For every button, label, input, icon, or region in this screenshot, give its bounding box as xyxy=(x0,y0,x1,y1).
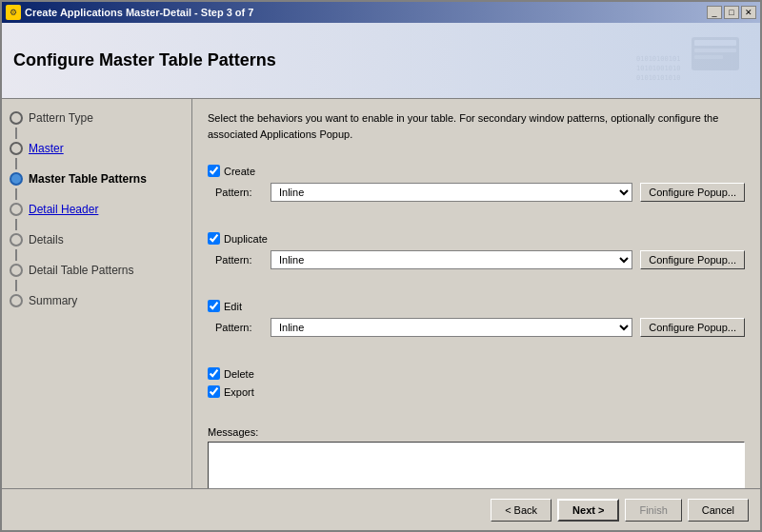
step-connector-2 xyxy=(15,158,17,169)
svg-text:10101001010: 10101001010 xyxy=(636,65,680,72)
delete-checkbox-row: Delete xyxy=(208,367,745,380)
duplicate-pattern-select[interactable]: Inline Popup Secondary Window xyxy=(271,250,632,269)
edit-pattern-label: Pattern: xyxy=(215,322,263,333)
cancel-button[interactable]: Cancel xyxy=(688,499,749,522)
sidebar-label-detail-table-patterns: Detail Table Patterns xyxy=(29,264,134,277)
header-graphic: 01010100101 10101001010 01010101010 xyxy=(634,32,749,89)
edit-checkbox-row: Edit xyxy=(208,300,745,312)
step-circle-detail-table-patterns xyxy=(10,264,23,277)
back-button[interactable]: < Back xyxy=(491,499,551,522)
close-button[interactable]: ✕ xyxy=(741,6,756,19)
header-section: Configure Master Table Patterns 01010100… xyxy=(2,23,760,99)
sidebar-item-detail-table-patterns: Detail Table Patterns xyxy=(2,261,191,280)
step-circle-summary xyxy=(10,294,23,307)
create-configure-popup-button[interactable]: Configure Popup... xyxy=(640,183,745,202)
step-connector-6 xyxy=(15,280,17,291)
step-circle-master-table-patterns xyxy=(10,172,23,186)
create-pattern-label: Pattern: xyxy=(215,187,263,198)
svg-text:01010101010: 01010101010 xyxy=(636,74,680,82)
sidebar-item-detail-header[interactable]: Detail Header xyxy=(2,200,191,219)
sidebar-item-summary: Summary xyxy=(2,291,191,310)
create-checkbox-row: Create xyxy=(208,165,745,177)
duplicate-checkbox[interactable] xyxy=(208,232,220,245)
sidebar-item-master[interactable]: Master xyxy=(2,139,191,158)
maximize-button[interactable]: □ xyxy=(724,6,739,19)
create-label: Create xyxy=(224,166,255,177)
footer: < Back Next > Finish Cancel xyxy=(2,488,760,530)
title-bar: ⚙ Create Applications Master-Detail - St… xyxy=(2,2,760,23)
next-button[interactable]: Next > xyxy=(557,499,619,522)
export-checkbox[interactable] xyxy=(208,385,220,398)
create-pattern-row: Pattern: Inline Popup Secondary Window C… xyxy=(215,183,745,202)
duplicate-label: Duplicate xyxy=(224,233,268,245)
delete-label: Delete xyxy=(224,368,254,380)
duplicate-section: Duplicate Pattern: Inline Popup Secondar… xyxy=(208,225,745,277)
step-connector-1 xyxy=(15,128,17,139)
content-area: Pattern Type Master Master Table Pattern… xyxy=(2,99,760,488)
edit-checkbox[interactable] xyxy=(208,300,220,312)
title-bar-left: ⚙ Create Applications Master-Detail - St… xyxy=(6,5,253,20)
step-circle-detail-header xyxy=(10,203,23,216)
sidebar-label-summary: Summary xyxy=(29,294,77,307)
finish-button[interactable]: Finish xyxy=(625,499,681,522)
step-circle-pattern-type xyxy=(10,111,23,125)
duplicate-pattern-row: Pattern: Inline Popup Secondary Window C… xyxy=(215,250,745,269)
delete-export-section: Delete Export xyxy=(208,360,745,411)
svg-rect-1 xyxy=(694,40,736,46)
svg-rect-2 xyxy=(694,49,736,52)
page-title: Configure Master Table Patterns xyxy=(13,50,276,71)
export-label: Export xyxy=(224,386,254,398)
main-window: ⚙ Create Applications Master-Detail - St… xyxy=(0,0,762,532)
sidebar-label-master-table-patterns: Master Table Patterns xyxy=(29,172,147,186)
svg-text:01010100101: 01010100101 xyxy=(636,55,680,63)
description-text: Select the behaviors you want to enable … xyxy=(208,110,745,142)
sidebar-item-details: Details xyxy=(2,230,191,249)
sidebar-label-detail-header: Detail Header xyxy=(29,203,98,216)
edit-section: Edit Pattern: Inline Popup Secondary Win… xyxy=(208,292,745,345)
edit-label: Edit xyxy=(224,301,242,312)
step-circle-details xyxy=(10,233,23,246)
messages-textarea[interactable] xyxy=(208,442,745,488)
app-icon: ⚙ xyxy=(6,5,21,20)
step-circle-master xyxy=(10,142,23,155)
delete-checkbox[interactable] xyxy=(208,367,220,380)
create-checkbox[interactable] xyxy=(208,165,220,177)
duplicate-configure-popup-button[interactable]: Configure Popup... xyxy=(640,250,745,269)
sidebar-item-master-table-patterns: Master Table Patterns xyxy=(2,169,191,188)
duplicate-checkbox-row: Duplicate xyxy=(208,232,745,245)
svg-rect-3 xyxy=(694,55,723,59)
create-pattern-select[interactable]: Inline Popup Secondary Window xyxy=(271,183,632,202)
create-section: Create Pattern: Inline Popup Secondary W… xyxy=(208,157,745,209)
sidebar-label-details: Details xyxy=(29,233,64,246)
edit-pattern-row: Pattern: Inline Popup Secondary Window C… xyxy=(215,318,745,337)
duplicate-pattern-label: Pattern: xyxy=(215,254,263,266)
step-connector-4 xyxy=(15,219,17,230)
sidebar-item-pattern-type: Pattern Type xyxy=(2,108,191,128)
step-connector-5 xyxy=(15,249,17,261)
sidebar-label-master: Master xyxy=(29,142,64,155)
messages-label: Messages: xyxy=(208,426,745,438)
sidebar-label-pattern-type: Pattern Type xyxy=(29,111,93,125)
main-panel: Select the behaviors you want to enable … xyxy=(192,99,760,488)
edit-pattern-select[interactable]: Inline Popup Secondary Window xyxy=(271,318,632,337)
step-connector-3 xyxy=(15,188,17,200)
export-checkbox-row: Export xyxy=(208,385,745,398)
minimize-button[interactable]: _ xyxy=(707,6,722,19)
edit-configure-popup-button[interactable]: Configure Popup... xyxy=(640,318,745,337)
sidebar: Pattern Type Master Master Table Pattern… xyxy=(2,99,192,488)
window-title: Create Applications Master-Detail - Step… xyxy=(25,7,253,18)
title-bar-buttons: _ □ ✕ xyxy=(707,6,756,19)
messages-section: Messages: xyxy=(208,426,745,488)
